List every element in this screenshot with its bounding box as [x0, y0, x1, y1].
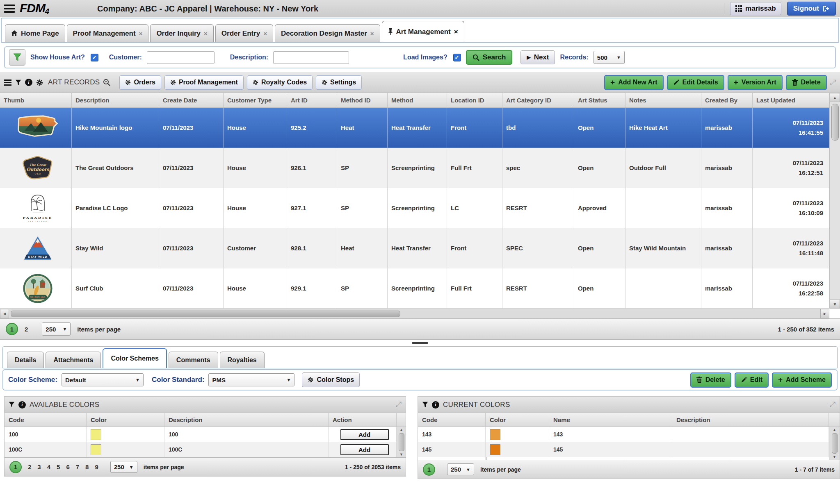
column-header-code[interactable]: Code — [5, 413, 87, 427]
edit-details-button[interactable]: Edit Details — [667, 75, 724, 90]
vertical-scrollbar[interactable]: ▲ ▼ — [829, 93, 840, 309]
page-size-select[interactable]: 250 ▼ — [110, 461, 137, 473]
tab-royalties[interactable]: Royalties — [220, 352, 265, 368]
column-header-notes[interactable]: Notes — [625, 93, 701, 107]
maximize-panel-icon[interactable]: ⤢ — [396, 400, 402, 409]
table-row[interactable]: 143 143 — [418, 427, 829, 442]
load-images-checkbox[interactable]: ✓ — [453, 54, 461, 61]
table-row[interactable]: 100 100 Add — [5, 427, 397, 442]
column-header-method-id[interactable]: Method ID — [337, 93, 388, 107]
add-color-button[interactable]: Add — [340, 444, 389, 455]
show-house-art-checkbox[interactable]: ✓ — [91, 54, 98, 61]
filter-funnel-icon[interactable] — [9, 402, 15, 408]
page-5-button[interactable]: 5 — [57, 463, 60, 470]
table-row[interactable]: The Great Outdoors U S A The Great Outdo… — [0, 148, 840, 188]
zoom-out-icon[interactable] — [103, 79, 110, 86]
close-tab-icon[interactable]: × — [454, 28, 458, 36]
next-button[interactable]: ▶ Next — [520, 50, 555, 64]
page-8-button[interactable]: 8 — [85, 463, 89, 470]
delete-scheme-button[interactable]: Delete — [690, 372, 731, 388]
column-header-color[interactable]: Color — [87, 413, 164, 427]
tab-proof-management[interactable]: Proof Management × — [67, 24, 149, 42]
maximize-panel-icon[interactable]: ⤢ — [830, 78, 836, 87]
grid-filter-icon[interactable] — [15, 79, 21, 86]
color-scheme-select[interactable]: Default ▼ — [62, 373, 144, 386]
add-color-button[interactable]: Add — [340, 429, 389, 440]
scroll-down-icon[interactable]: ▼ — [833, 455, 836, 459]
table-row[interactable]: PARADISE THE ISLAND Paradise LC Logo 07/… — [0, 188, 840, 228]
color-standard-select[interactable]: PMS ▼ — [208, 373, 294, 386]
horizontal-scrollbar[interactable]: ◄ ► — [0, 309, 829, 318]
close-tab-icon[interactable]: × — [263, 30, 267, 37]
table-row[interactable]: Hike Mountain logo 07/11/2023 House 925.… — [0, 108, 840, 148]
column-header-action[interactable]: Action — [329, 413, 397, 427]
proof-management-button[interactable]: Proof Management — [164, 75, 244, 90]
column-header-description[interactable]: Description — [72, 93, 159, 107]
maximize-panel-icon[interactable]: ⤢ — [830, 400, 835, 409]
scroll-up-icon[interactable]: ▲ — [833, 428, 836, 432]
customer-input[interactable] — [147, 51, 215, 64]
info-icon[interactable]: i — [18, 401, 26, 409]
search-button[interactable]: Search — [466, 50, 513, 65]
column-header-code[interactable]: Code — [418, 413, 486, 427]
table-row[interactable]: SURFING Surf Club 07/11/2023 House 929.1… — [0, 268, 840, 309]
page-1-button[interactable]: 1 — [423, 463, 435, 476]
horizontal-scroll-thumb[interactable] — [11, 311, 400, 317]
column-header-description[interactable]: Description — [672, 413, 829, 427]
column-header-art-id[interactable]: Art ID — [287, 93, 337, 107]
page-7-button[interactable]: 7 — [76, 463, 79, 470]
scroll-down-icon[interactable]: ▼ — [830, 300, 840, 309]
column-header-art-category-id[interactable]: Art Category ID — [502, 93, 574, 107]
gear-icon[interactable] — [36, 79, 43, 86]
tab-order-inquiry[interactable]: Order Inquiry × — [150, 24, 213, 42]
column-header-created-by[interactable]: Created By — [701, 93, 753, 107]
column-header-method[interactable]: Method — [388, 93, 447, 107]
page-9-button[interactable]: 9 — [95, 463, 98, 470]
tab-color-schemes[interactable]: Color Schemes — [103, 348, 167, 368]
add-scheme-button[interactable]: + Add Scheme — [772, 372, 832, 388]
scroll-left-icon[interactable]: ◄ — [0, 309, 9, 318]
close-tab-icon[interactable]: × — [139, 30, 143, 37]
filter-funnel-icon[interactable] — [422, 402, 428, 408]
tab-attachments[interactable]: Attachments — [46, 352, 101, 368]
page-1-button[interactable]: 1 — [9, 461, 22, 473]
vertical-scroll-thumb[interactable] — [831, 104, 839, 141]
version-art-button[interactable]: + Version Art — [728, 75, 783, 90]
column-header-last-updated[interactable]: Last Updated — [753, 93, 829, 107]
records-select[interactable]: 500 ▼ — [593, 51, 625, 64]
tab-order-entry[interactable]: Order Entry × — [215, 24, 273, 42]
page-size-select[interactable]: 250 ▼ — [447, 463, 474, 475]
column-header-thumb[interactable]: Thumb — [0, 93, 72, 107]
info-icon[interactable]: i — [25, 79, 32, 86]
info-icon[interactable]: i — [432, 401, 439, 409]
tab-details[interactable]: Details — [7, 352, 44, 368]
scroll-down-icon[interactable]: ▼ — [399, 452, 403, 456]
signout-button[interactable]: Signout — [787, 2, 836, 16]
tab-art-management[interactable]: Art Management × — [382, 21, 464, 42]
page-2-button[interactable]: 2 — [25, 326, 28, 333]
column-header-art-status[interactable]: Art Status — [574, 93, 625, 107]
column-header-color[interactable]: Color — [486, 413, 549, 427]
delete-button[interactable]: Delete — [786, 75, 827, 90]
column-header-location-id[interactable]: Location ID — [447, 93, 502, 107]
column-header-create-date[interactable]: Create Date — [159, 93, 224, 107]
tab-home-page[interactable]: Home Page — [5, 24, 65, 42]
table-row[interactable]: 100C 100C Add — [5, 442, 397, 457]
page-4-button[interactable]: 4 — [47, 463, 50, 470]
tab-decoration-design-master[interactable]: Decoration Design Master × — [275, 24, 380, 42]
close-tab-icon[interactable]: × — [370, 30, 374, 37]
vertical-scroll-thumb[interactable] — [832, 433, 838, 454]
column-header-description[interactable]: Description — [164, 413, 329, 427]
close-tab-icon[interactable]: × — [204, 30, 208, 37]
page-6-button[interactable]: 6 — [66, 463, 69, 470]
page-3-button[interactable]: 3 — [37, 463, 41, 470]
scroll-right-icon[interactable]: ► — [820, 309, 829, 318]
column-header-name[interactable]: Name — [549, 413, 672, 427]
page-1-button[interactable]: 1 — [6, 323, 18, 335]
color-stops-button[interactable]: Color Stops — [302, 372, 360, 387]
tab-comments[interactable]: Comments — [169, 352, 218, 368]
royalty-codes-button[interactable]: Royalty Codes — [247, 75, 313, 90]
table-row[interactable]: STAY WILD Stay Wild 07/11/2023 Customer … — [0, 228, 840, 268]
vertical-scroll-thumb[interactable] — [399, 433, 404, 451]
settings-button[interactable]: Settings — [316, 75, 362, 90]
